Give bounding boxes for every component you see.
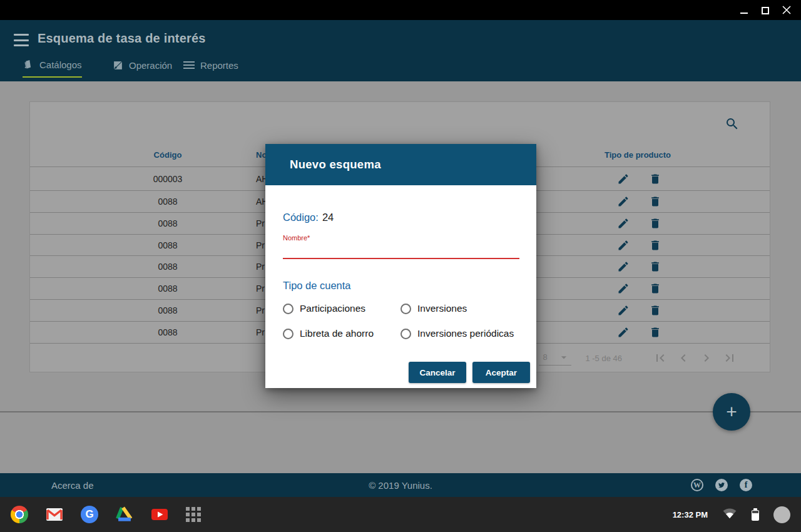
delete-icon[interactable]	[649, 282, 661, 295]
content-divider	[0, 411, 801, 412]
items-per-page-value: 8	[543, 352, 547, 362]
accept-button[interactable]: Aceptar	[472, 362, 530, 383]
first-page-icon[interactable]	[653, 350, 668, 366]
radio-icon[interactable]	[400, 304, 411, 314]
menu-icon[interactable]	[14, 34, 30, 46]
delete-icon[interactable]	[649, 304, 661, 317]
catalog-icon	[23, 59, 34, 70]
window-titlebar	[0, 0, 801, 20]
radio-option-inversiones-periodicas: Inversiones periódicas	[400, 328, 514, 339]
new-scheme-dialog: Nuevo esquema Código:24 Nombre* Tipo de …	[265, 144, 536, 388]
cell-nombre: Pr	[256, 322, 265, 343]
youtube-icon[interactable]	[151, 506, 168, 523]
search-icon[interactable]	[725, 116, 741, 133]
wordpress-icon[interactable]: W	[691, 479, 703, 491]
items-per-page-select[interactable]: 8	[539, 351, 571, 366]
status-tray[interactable]: 12:32 PM	[673, 497, 801, 532]
google-icon[interactable]: G	[81, 506, 98, 523]
edit-icon[interactable]	[617, 304, 630, 317]
edit-icon[interactable]	[617, 260, 630, 273]
tab-label: Operación	[129, 60, 172, 71]
delete-icon[interactable]	[649, 326, 661, 339]
radio-icon[interactable]	[283, 304, 293, 314]
operation-icon	[113, 60, 123, 71]
column-header-codigo: Código	[127, 143, 208, 166]
nombre-input[interactable]	[283, 258, 519, 259]
minimize-icon[interactable]	[740, 6, 748, 14]
delete-icon[interactable]	[649, 239, 661, 252]
close-icon[interactable]	[782, 6, 791, 14]
clock: 12:32 PM	[673, 510, 708, 519]
facebook-glyph: f	[745, 480, 748, 490]
cell-codigo: 0088	[127, 191, 208, 212]
tipo-de-cuenta-label: Tipo de cuenta	[283, 280, 351, 292]
cell-codigo: 0088	[127, 300, 208, 321]
edit-icon[interactable]	[617, 217, 630, 230]
dialog-title: Nuevo esquema	[290, 144, 381, 185]
previous-page-icon[interactable]	[676, 350, 691, 366]
shelf-apps: G	[0, 506, 201, 523]
cell-codigo: 0088	[127, 256, 208, 277]
radio-label: Libreta de ahorro	[300, 328, 374, 339]
tab-label: Catálogos	[39, 59, 82, 70]
cancel-button[interactable]: Cancelar	[409, 362, 466, 383]
drive-icon[interactable]	[116, 506, 133, 523]
radio-option-inversiones: Inversiones	[400, 303, 467, 314]
cell-codigo: 000003	[127, 167, 208, 190]
avatar	[773, 506, 790, 523]
tab-catalogos[interactable]: Catálogos	[23, 56, 82, 78]
codigo-value: 24	[322, 212, 334, 223]
add-scheme-fab[interactable]: +	[713, 393, 750, 431]
radio-label: Inversiones	[417, 303, 467, 314]
chevron-down-icon	[558, 351, 570, 364]
apps-grid-icon[interactable]	[186, 507, 201, 522]
shelf: G 12:32 PM	[0, 497, 801, 532]
google-g-glyph: G	[85, 508, 93, 521]
cell-nombre: Pr	[256, 213, 265, 234]
codigo-row: Código:24	[283, 212, 334, 223]
dialog-header: Nuevo esquema	[265, 144, 536, 185]
codigo-label: Código:	[283, 212, 319, 223]
edit-icon[interactable]	[617, 326, 630, 339]
radio-icon[interactable]	[283, 329, 293, 339]
delete-icon[interactable]	[649, 195, 661, 208]
last-page-icon[interactable]	[722, 350, 737, 366]
delete-icon[interactable]	[649, 260, 661, 273]
app-header: Esquema de tasa de interés Catálogos Ope…	[0, 20, 801, 81]
cell-nombre: Pr	[256, 256, 265, 277]
column-header-tipo-de-producto: Tipo de producto	[594, 143, 681, 166]
copyright-text: © 2019 Yunius.	[369, 473, 432, 497]
radio-label: Inversiones periódicas	[417, 328, 514, 339]
edit-icon[interactable]	[617, 173, 630, 185]
facebook-icon[interactable]: f	[740, 479, 752, 491]
page-title: Esquema de tasa de interés	[38, 31, 206, 46]
delete-icon[interactable]	[649, 173, 661, 185]
maximize-icon[interactable]	[761, 6, 770, 14]
tab-operacion[interactable]: Operación	[113, 56, 172, 78]
cell-codigo: 0088	[127, 235, 208, 255]
pagination-range: 1 -5 de 46	[585, 354, 622, 363]
edit-icon[interactable]	[617, 282, 630, 295]
cell-codigo: 0088	[127, 278, 208, 299]
chrome-icon[interactable]	[11, 506, 28, 523]
radio-label: Participaciones	[300, 303, 365, 314]
radio-option-libreta-de-ahorro: Libreta de ahorro	[283, 328, 374, 339]
twitter-icon[interactable]	[715, 479, 728, 491]
app-footer: Acerca de © 2019 Yunius. W f	[0, 473, 801, 497]
next-page-icon[interactable]	[699, 350, 714, 366]
plus-icon: +	[726, 401, 737, 422]
gmail-icon[interactable]	[46, 506, 63, 523]
cell-codigo: 0088	[127, 213, 208, 234]
radio-icon[interactable]	[400, 329, 411, 339]
tab-reportes[interactable]: Reportes	[183, 56, 238, 78]
edit-icon[interactable]	[617, 195, 630, 208]
edit-icon[interactable]	[617, 239, 630, 252]
cell-nombre: Pr	[256, 300, 265, 321]
reports-icon	[183, 59, 195, 71]
nombre-field-label: Nombre*	[283, 234, 310, 242]
radio-option-participaciones: Participaciones	[283, 303, 365, 314]
delete-icon[interactable]	[649, 217, 661, 230]
wordpress-glyph: W	[693, 481, 701, 490]
cell-codigo: 0088	[127, 322, 208, 343]
about-link[interactable]: Acerca de	[51, 473, 94, 497]
